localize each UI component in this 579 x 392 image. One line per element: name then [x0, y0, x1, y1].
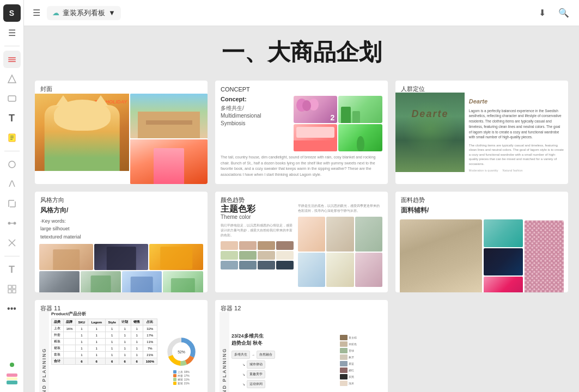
audience-meta: Moderation is quantity Natural fashion [469, 168, 564, 172]
style-image-7 [163, 271, 203, 292]
pen-icon[interactable] [3, 175, 21, 193]
style-content: 风格方向/ ·Key words: large silhouettetextur… [35, 192, 208, 292]
color-bar-5: 雾蓝 [340, 361, 383, 366]
trend-planning-label: TREND PLANNING [39, 311, 49, 392]
color-grid-2 [326, 217, 354, 252]
swatch-9 [221, 261, 238, 270]
style-image-1 [39, 244, 93, 270]
row4-grid: 容器 11 TREND PLANNING Product/产品分析 品类 品牌 … [35, 300, 568, 392]
search-button[interactable]: 🔍 [555, 4, 572, 22]
shapes-icon[interactable] [3, 70, 21, 88]
color-grid-4 [298, 253, 325, 287]
concept-content: CONCEPT Concept: 多维共生/ MultidimensionalS… [215, 81, 388, 184]
cover-images: TRY HOLIDAY [35, 81, 208, 184]
card-concept[interactable]: CONCEPT Concept: 多维共生/ MultidimensionalS… [215, 81, 388, 184]
fabric-images [395, 217, 568, 292]
container11-label: 容器 11 [40, 304, 60, 313]
table-row: 上衣16%1111132% [52, 326, 157, 332]
grid-icon[interactable] [3, 280, 21, 298]
color-right-panel: 平静是生活的底色，以沉思的眼光，感受四季更迭带来的色彩流转，找寻内心深处那份宁静… [298, 204, 382, 287]
flow-box-3a: 童趣美学 [247, 370, 265, 378]
color-swatch-beige [340, 381, 348, 386]
cover-side-images [130, 94, 208, 184]
color-grid-3 [355, 217, 382, 252]
concept-label: CONCEPT [221, 86, 382, 93]
note-icon[interactable] [3, 129, 21, 146]
card-cover[interactable]: 封面 TRY HOLIDAY [35, 81, 208, 184]
swatch-11 [258, 261, 275, 270]
menu-icon[interactable]: ☰ [3, 24, 21, 41]
card-container12[interactable]: 容器 12 TREND PLANNING 23/24多维共生趋势企划 秋冬 多维… [215, 300, 388, 392]
split-icon[interactable] [3, 234, 21, 252]
card-style[interactable]: 风格方向 风格方向/ ·Key words: large silhouettet… [35, 192, 208, 292]
flow-row-1: 多维共生 → 自然融合 [231, 351, 338, 359]
concept-subtitle-cn: 多维共生/ [221, 105, 289, 112]
swatch-7 [258, 251, 275, 260]
flow-row-2: ↘ 城市律动 [242, 360, 338, 369]
color-swatch-brown [340, 335, 348, 340]
card-container11[interactable]: 容器 11 TREND PLANNING Product/产品分析 品类 品牌 … [35, 300, 208, 392]
table-area: Product/产品分析 品类 品牌 SKU Lagom Style 计划 销售 [51, 311, 157, 392]
color-content: 主题色彩 Theme color 我们平静地驻足，以沉思和感恩的心情驻足，感受设… [215, 192, 388, 292]
th-style: Style [105, 319, 119, 326]
svg-rect-22 [13, 290, 16, 293]
fabric-img-teal [484, 219, 523, 247]
layers-icon[interactable] [3, 51, 21, 68]
style-image-6 [122, 271, 162, 292]
product-analysis-title: Product/产品分析 [51, 311, 157, 317]
page-title: 一、大商品企划 [35, 37, 568, 68]
flow-box-4a: 运动休闲 [247, 380, 265, 388]
th-lagom: Lagom [88, 319, 105, 326]
swatch-4 [276, 241, 294, 250]
connect-icon[interactable] [3, 215, 21, 232]
card-audience[interactable]: 人群定位 Dearte Dearte Lagom is a perfectly … [395, 81, 568, 184]
fabric-col-1 [484, 219, 523, 292]
svg-rect-1 [8, 59, 16, 60]
color-swatch-camel [340, 341, 348, 347]
flow-row-3: ↘ 童趣美学 [242, 370, 338, 378]
hamburger-icon[interactable]: ☰ [31, 5, 42, 20]
color-label: 颜色趋势 [221, 196, 245, 204]
svg-rect-20 [13, 285, 16, 289]
divider-2 [4, 151, 20, 151]
th-plan: 计划 [119, 319, 131, 326]
color-swatch-icon[interactable] [3, 370, 21, 388]
swatch-5 [221, 251, 238, 260]
color-grid-5 [326, 253, 354, 287]
concept-header: Concept: 多维共生/ MultidimensionalSymbiosis… [221, 96, 382, 151]
card-fabric[interactable]: 面料趋势 面料辅料/ [395, 192, 568, 292]
fabric-label: 面料趋势 [401, 196, 425, 204]
color-swatch-red [340, 367, 348, 373]
svg-rect-33 [525, 220, 564, 292]
th-category: 品类 [52, 319, 64, 326]
color-bar-4: 象牙 [340, 354, 383, 360]
container12-label: 容器 12 [221, 304, 241, 313]
table-row: 裙装111117% [52, 345, 157, 352]
th-sku: SKU [75, 319, 88, 326]
crop-icon[interactable] [3, 195, 21, 212]
fabric-img-pink [484, 277, 523, 292]
svg-rect-21 [8, 290, 11, 293]
flow-chart: 23/24多维共生趋势企划 秋冬 多维共生 → 自然融合 ↘ 城市律动 ↘ 童趣… [231, 312, 338, 392]
svg-rect-24 [7, 373, 17, 377]
more-icon[interactable]: ••• [3, 300, 21, 317]
brand-logo[interactable]: S [3, 4, 21, 22]
color-grid-1 [298, 217, 325, 252]
text-icon[interactable]: T [3, 109, 21, 127]
donut-svg: 52% [165, 335, 198, 368]
rect-icon[interactable] [3, 90, 21, 107]
audience-label: 人群定位 [401, 85, 425, 93]
text2-icon[interactable]: T [3, 261, 21, 278]
color-bar-6: 赭红 [340, 367, 383, 373]
breadcrumb[interactable]: ☁ 童装系列看板 ▼ [47, 6, 121, 20]
color-theme-cn: 主题色彩 [221, 204, 294, 214]
download-button[interactable]: ⬇ [533, 4, 551, 22]
card-color[interactable]: 颜色趋势 主题色彩 Theme color 我们平静地驻足，以沉思和感恩的心情驻… [215, 192, 388, 292]
swatch-12 [276, 261, 294, 270]
svg-rect-0 [8, 57, 16, 58]
fabric-img-plaid [525, 220, 564, 292]
circle-icon[interactable] [3, 156, 21, 173]
table-row: 外套1111117% [52, 332, 157, 339]
audience-content: Dearte Dearte Lagom is a perfectly balan… [395, 81, 568, 184]
th-sales: 销售 [131, 319, 143, 326]
